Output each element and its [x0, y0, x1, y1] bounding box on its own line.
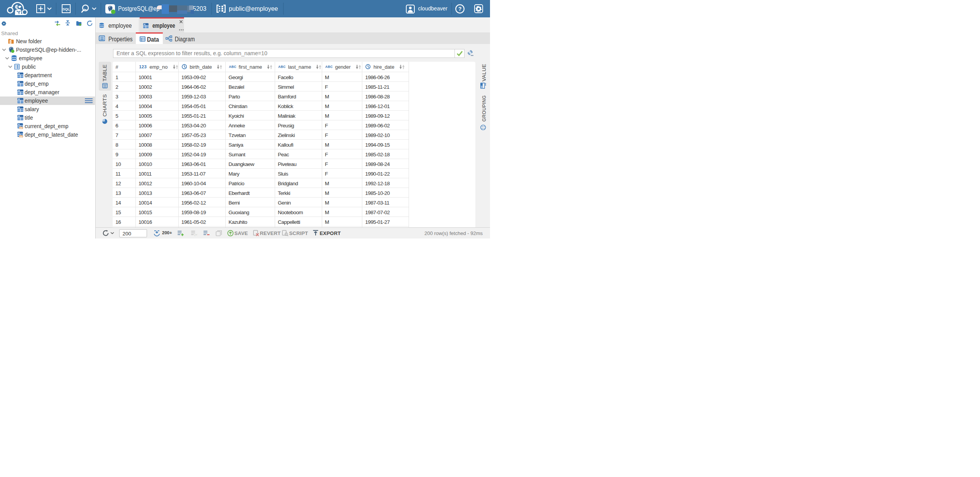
svg-text:?: ? — [458, 6, 462, 12]
svg-text:SQL: SQL — [63, 7, 70, 11]
svg-text:(+): (+) — [194, 233, 198, 236]
